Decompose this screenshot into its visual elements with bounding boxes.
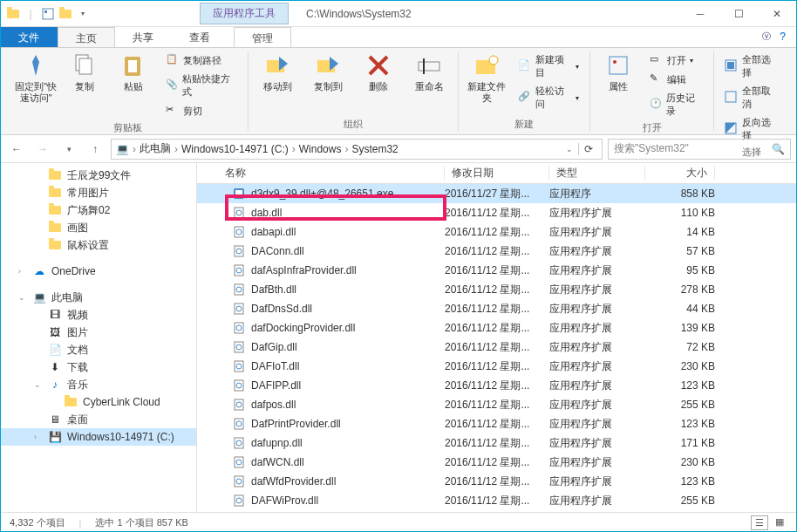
history-button[interactable]: 🕐历史记录 (646, 90, 706, 119)
file-date: 2016/11/12 星期... (445, 474, 549, 489)
file-icon (232, 225, 246, 239)
details-view-button[interactable]: ☰ (751, 515, 768, 530)
tree-item[interactable]: 广场舞02 (1, 201, 196, 219)
tree-item[interactable]: ⬇下载 (1, 358, 196, 376)
move-to-button[interactable]: 移动到 (255, 51, 299, 92)
rename-button[interactable]: 重命名 (407, 51, 451, 92)
easy-access-button[interactable]: 🔗轻松访问▾ (514, 83, 582, 113)
file-row[interactable]: DAConn.dll2016/11/12 星期...应用程序扩展57 KB (197, 242, 796, 261)
paste-button[interactable]: 粘贴 (112, 51, 154, 92)
tree-item[interactable]: 🎞视频 (1, 306, 196, 324)
back-button[interactable]: ← (6, 139, 27, 160)
tab-file[interactable]: 文件 (1, 27, 58, 47)
chevron-right-icon[interactable]: › (344, 143, 348, 155)
delete-button[interactable]: 删除 (357, 51, 400, 92)
new-folder-qat-icon[interactable] (58, 7, 72, 21)
copy-path-button[interactable]: 📋复制路径 (162, 51, 242, 69)
maximize-button[interactable]: ☐ (719, 2, 758, 26)
tree-item[interactable]: ⌄💻此电脑 (1, 289, 196, 306)
copy-button[interactable]: 复制 (64, 51, 106, 92)
file-row[interactable]: dafWfdProvider.dll2016/11/12 星期...应用程序扩展… (197, 472, 796, 491)
new-folder-button[interactable]: 新建文件夹 (466, 51, 507, 104)
svg-rect-5 (128, 60, 137, 72)
tree-item[interactable]: ›💾Windows10-14971 (C:) (1, 428, 196, 446)
tree-item[interactable]: 📄文档 (1, 341, 196, 358)
close-button[interactable]: ✕ (758, 2, 796, 26)
breadcrumb-dropdown[interactable]: ⌄ (561, 145, 578, 153)
expand-icon[interactable]: ⌄ (18, 293, 25, 302)
help-icon[interactable]: ? (780, 31, 786, 44)
col-name[interactable]: 名称 (218, 166, 445, 181)
file-row[interactable]: dab.dll2016/11/12 星期...应用程序扩展110 KB (197, 203, 796, 222)
tab-home[interactable]: 主页 (58, 27, 115, 47)
file-row[interactable]: DAFIoT.dll2016/11/12 星期...应用程序扩展230 KB (197, 357, 796, 376)
properties-qat-icon[interactable] (41, 7, 55, 21)
breadcrumb-segment[interactable]: System32 (351, 143, 398, 155)
col-size[interactable]: 大小 (645, 166, 715, 181)
col-type[interactable]: 类型 (549, 166, 645, 181)
tree-item[interactable]: 🖥桌面 (1, 411, 196, 428)
file-row[interactable]: dafpos.dll2016/11/12 星期...应用程序扩展255 KB (197, 395, 796, 414)
breadcrumb-segment[interactable]: Windows10-14971 (C:) (181, 143, 289, 155)
chevron-right-icon[interactable]: › (292, 143, 296, 155)
tree-item[interactable]: ⌄♪音乐 (1, 376, 196, 393)
file-row[interactable]: DafBth.dll2016/11/12 星期...应用程序扩展278 KB (197, 280, 796, 299)
file-list[interactable]: d3dx9_39.dll+@48_26651.exe2016/11/27 星期.… (197, 184, 796, 512)
file-row[interactable]: dafDockingProvider.dll2016/11/12 星期...应用… (197, 318, 796, 338)
file-row[interactable]: dafupnp.dll2016/11/12 星期...应用程序扩展171 KB (197, 433, 796, 453)
select-none-button[interactable]: 全部取消 (721, 83, 782, 113)
selection-info: 选中 1 个项目 857 KB (95, 516, 187, 529)
file-row[interactable]: dabapi.dll2016/11/12 星期...应用程序扩展14 KB (197, 222, 796, 242)
select-all-button[interactable]: 全部选择 (721, 51, 782, 81)
tree-item[interactable]: 画图 (1, 219, 196, 236)
chevron-right-icon[interactable]: › (174, 143, 178, 155)
breadcrumb[interactable]: 💻 › 此电脑 › Windows10-14971 (C:) › Windows… (111, 139, 603, 160)
qat-dropdown-icon[interactable]: ▾ (76, 7, 90, 21)
open-button[interactable]: ▭打开▾ (646, 51, 706, 69)
expand-icon[interactable]: › (34, 433, 37, 441)
chevron-right-icon[interactable]: › (133, 143, 136, 155)
file-row[interactable]: d3dx9_39.dll+@48_26651.exe2016/11/27 星期.… (197, 184, 796, 203)
expand-icon[interactable]: › (18, 267, 21, 276)
pin-to-quick-access-button[interactable]: 固定到"快速访问" (15, 51, 57, 104)
navigation-pane[interactable]: 壬辰龙99文件常用图片广场舞02画图鼠标设置›☁OneDrive⌄💻此电脑🎞视频… (1, 163, 197, 512)
minimize-button[interactable]: ─ (681, 2, 719, 26)
breadcrumb-segment[interactable]: 此电脑 (140, 141, 171, 156)
tab-view[interactable]: 查看 (172, 27, 228, 47)
breadcrumb-segment[interactable]: Windows (299, 143, 342, 155)
file-row[interactable]: DafGip.dll2016/11/12 星期...应用程序扩展72 KB (197, 338, 796, 357)
expand-icon[interactable]: ⌄ (34, 380, 41, 389)
up-button[interactable]: ↑ (85, 139, 106, 160)
copy-to-button[interactable]: 复制到 (306, 51, 350, 92)
tree-item-label: 视频 (67, 308, 88, 323)
thumbnails-view-button[interactable]: ▦ (772, 515, 787, 530)
file-row[interactable]: dafWCN.dll2016/11/12 星期...应用程序扩展230 KB (197, 453, 796, 472)
tree-item[interactable]: ›☁OneDrive (1, 263, 196, 280)
file-row[interactable]: DafPrintProvider.dll2016/11/12 星期...应用程序… (197, 414, 796, 433)
tree-item[interactable]: 壬辰龙99文件 (1, 167, 196, 184)
tree-item[interactable]: CyberLink Cloud (1, 393, 196, 411)
forward-button[interactable]: → (32, 139, 53, 160)
column-headers[interactable]: 名称 修改日期 类型 大小 (197, 163, 796, 184)
refresh-button[interactable]: ⟳ (578, 143, 598, 155)
file-row[interactable]: DAFIPP.dll2016/11/12 星期...应用程序扩展123 KB (197, 376, 796, 395)
file-row[interactable]: DafDnsSd.dll2016/11/12 星期...应用程序扩展44 KB (197, 299, 796, 318)
col-date[interactable]: 修改日期 (445, 166, 549, 181)
contextual-tool-tab[interactable]: 应用程序工具 (200, 3, 289, 24)
file-row[interactable]: DAFWiProv.dll2016/11/12 星期...应用程序扩展255 K… (197, 491, 796, 510)
file-name: dafWfdProvider.dll (251, 475, 336, 488)
tree-item[interactable]: 鼠标设置 (1, 236, 196, 254)
edit-button[interactable]: ✎编辑 (646, 71, 706, 88)
properties-button[interactable]: 属性 (597, 51, 639, 92)
ribbon-collapse-icon[interactable]: ⓥ (762, 31, 771, 44)
tree-item[interactable]: 常用图片 (1, 184, 196, 201)
cut-button[interactable]: ✂剪切 (162, 102, 242, 119)
search-input[interactable]: 搜索"System32" 🔍 (608, 139, 791, 160)
new-item-button[interactable]: 📄新建项目▾ (514, 51, 582, 81)
tab-manage[interactable]: 管理 (234, 27, 291, 47)
tree-item[interactable]: 🖼图片 (1, 324, 196, 341)
tab-share[interactable]: 共享 (115, 27, 172, 47)
recent-locations-button[interactable]: ▾ (58, 139, 79, 160)
file-row[interactable]: dafAspInfraProvider.dll2016/11/12 星期...应… (197, 261, 796, 280)
paste-shortcut-button[interactable]: 📎粘贴快捷方式 (162, 71, 242, 100)
